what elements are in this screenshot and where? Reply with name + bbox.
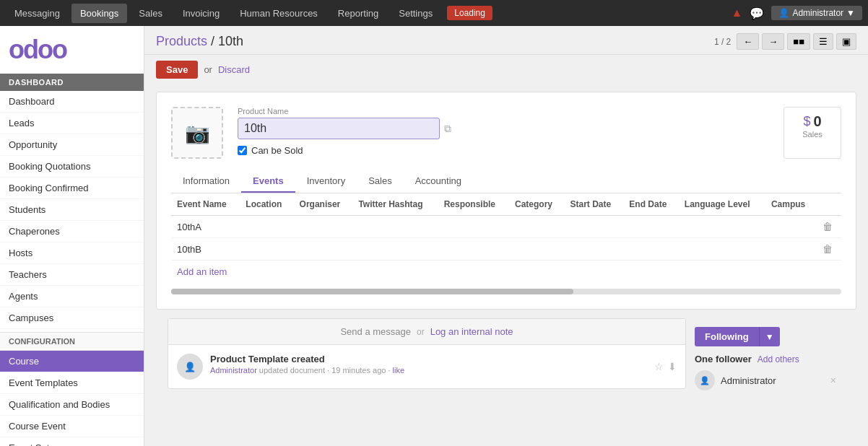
row2-start-date xyxy=(565,238,624,261)
table-row: 10thA 🗑 xyxy=(171,216,841,238)
tab-inventory[interactable]: Inventory xyxy=(295,170,357,193)
sales-stat-icon: $ xyxy=(803,114,810,129)
sales-stat-box[interactable]: $ 0 Sales xyxy=(784,107,841,159)
list-view-button[interactable]: ☰ xyxy=(813,33,833,50)
nav-human-resources[interactable]: Human Resources xyxy=(231,4,326,23)
sidebar-item-agents[interactable]: Agents xyxy=(0,286,144,307)
product-name-input[interactable] xyxy=(238,118,440,139)
chat-icon[interactable]: 💬 xyxy=(750,6,764,20)
breadcrumb: Products / 10th xyxy=(156,34,243,49)
sidebar-item-booking-quotations[interactable]: Booking Quotations xyxy=(0,156,144,178)
main-layout: odoo Dashboard Dashboard Leads Opportuni… xyxy=(0,26,868,446)
sidebar-item-event-templates[interactable]: Event Templates xyxy=(0,372,144,394)
product-form-card: 📷 Product Name ⧉ Can be Sold xyxy=(156,92,856,310)
events-table: Event Name Location Organiser Twitter Ha… xyxy=(171,193,841,261)
col-event-name: Event Name xyxy=(171,193,240,216)
sidebar-item-teachers[interactable]: Teachers xyxy=(0,264,144,286)
following-button[interactable]: Following xyxy=(695,327,759,346)
sidebar-item-qualification-bodies[interactable]: Qualification and Bodies xyxy=(0,394,144,416)
product-image[interactable]: 📷 xyxy=(171,107,223,159)
sidebar-item-dashboard[interactable]: Dashboard xyxy=(0,91,144,113)
delete-row1-button[interactable]: 🗑 xyxy=(823,221,833,232)
save-button[interactable]: Save xyxy=(156,61,198,79)
row2-event-name: 10thB xyxy=(171,238,240,261)
tab-sales[interactable]: Sales xyxy=(357,170,404,193)
following-dropdown-button[interactable]: ▼ xyxy=(759,327,780,346)
top-nav-right: ▲ 💬 👤 Administrator ▼ xyxy=(732,6,862,20)
message-like-link[interactable]: like xyxy=(393,366,405,375)
breadcrumb-bar: Products / 10th 1 / 2 ← → ■■ ☰ ▣ xyxy=(144,26,868,55)
follower-remove-button[interactable]: × xyxy=(830,375,836,386)
top-navigation: Messaging Bookings Sales Invoicing Human… xyxy=(0,0,868,26)
add-others-link[interactable]: Add others xyxy=(758,354,799,364)
row2-location xyxy=(240,238,293,261)
sidebar-item-chaperones[interactable]: Chaperones xyxy=(0,221,144,242)
alert-icon[interactable]: ▲ xyxy=(732,6,743,19)
row2-campus xyxy=(765,238,817,261)
tab-events[interactable]: Events xyxy=(241,170,295,193)
nav-settings[interactable]: Settings xyxy=(390,4,441,23)
row1-twitter-hashtag xyxy=(352,216,438,238)
form-scroll: 📷 Product Name ⧉ Can be Sold xyxy=(144,84,868,446)
message-star-button[interactable]: ☆ xyxy=(654,354,664,380)
can-be-sold-checkbox[interactable] xyxy=(238,146,247,155)
nav-invoicing[interactable]: Invoicing xyxy=(174,4,228,23)
row1-category xyxy=(509,216,565,238)
table-scrollbar[interactable] xyxy=(171,289,841,294)
expand-icon[interactable]: ⧉ xyxy=(444,123,451,135)
delete-row2-button[interactable]: 🗑 xyxy=(823,243,833,255)
prev-record-button[interactable]: ← xyxy=(737,33,759,50)
message-actions: ☆ ⬇ xyxy=(654,354,677,380)
sidebar-item-course[interactable]: Course xyxy=(0,351,144,372)
tab-accounting[interactable]: Accounting xyxy=(404,170,473,193)
row1-delete: 🗑 xyxy=(817,216,841,238)
message-download-button[interactable]: ⬇ xyxy=(668,354,677,380)
tab-information[interactable]: Information xyxy=(171,170,241,193)
sidebar-item-course-event[interactable]: Course Event xyxy=(0,416,144,437)
breadcrumb-parent[interactable]: Products xyxy=(156,34,207,48)
table-row: 10thB 🗑 xyxy=(171,238,841,261)
col-end-date: End Date xyxy=(623,193,679,216)
admin-badge[interactable]: 👤 Administrator ▼ xyxy=(771,6,862,20)
nav-reporting[interactable]: Reporting xyxy=(329,4,387,23)
sidebar-config-section: Configuration xyxy=(0,332,144,351)
product-header: 📷 Product Name ⧉ Can be Sold xyxy=(171,107,841,159)
bottom-area: Send a message or Log an internal note 👤… xyxy=(156,318,856,411)
sidebar-item-hosts[interactable]: Hosts xyxy=(0,242,144,264)
row2-responsible xyxy=(438,238,509,261)
add-item-link[interactable]: Add an item xyxy=(171,261,233,283)
sidebar-item-leads[interactable]: Leads xyxy=(0,113,144,134)
discard-button[interactable]: Discard xyxy=(218,64,250,75)
follower-avatar: 👤 xyxy=(695,370,715,390)
followers-panel: Following ▼ One follower Add others 👤 Ad… xyxy=(686,318,845,403)
nav-sales[interactable]: Sales xyxy=(130,4,171,23)
row2-category xyxy=(509,238,565,261)
follower-name: Administrator xyxy=(721,375,776,386)
form-view-button[interactable]: ▣ xyxy=(836,33,856,50)
send-message-button[interactable]: Send a message xyxy=(340,326,411,337)
product-name-label: Product Name xyxy=(238,107,769,115)
log-note-button[interactable]: Log an internal note xyxy=(430,326,513,337)
col-actions xyxy=(817,193,841,216)
col-language-level: Language Level xyxy=(679,193,765,216)
sidebar-item-students[interactable]: Students xyxy=(0,199,144,221)
sidebar-item-booking-confirmed[interactable]: Booking Confirmed xyxy=(0,178,144,199)
next-record-button[interactable]: → xyxy=(762,33,784,50)
row1-start-date xyxy=(565,216,624,238)
sidebar-item-opportunity[interactable]: Opportunity xyxy=(0,134,144,156)
row2-twitter-hashtag xyxy=(352,238,438,261)
product-fields: Product Name ⧉ Can be Sold xyxy=(238,107,769,159)
can-be-sold-row: Can be Sold xyxy=(238,145,769,156)
kanban-view-button[interactable]: ■■ xyxy=(787,33,810,50)
message-user-link[interactable]: Administrator xyxy=(210,366,257,375)
message-entry: 👤 Product Template created Administrator… xyxy=(168,345,685,388)
sidebar: odoo Dashboard Dashboard Leads Opportuni… xyxy=(0,26,144,446)
content-area: Products / 10th 1 / 2 ← → ■■ ☰ ▣ Save or… xyxy=(144,26,868,446)
sidebar-item-event-set[interactable]: Event Set xyxy=(0,437,144,446)
nav-messaging[interactable]: Messaging xyxy=(6,4,69,23)
sidebar-item-campuses[interactable]: Campuses xyxy=(0,307,144,329)
nav-bookings[interactable]: Bookings xyxy=(71,4,127,23)
follower-item: 👤 Administrator × xyxy=(695,370,836,390)
table-scrollbar-thumb xyxy=(171,289,573,294)
col-twitter-hashtag: Twitter Hashtag xyxy=(352,193,438,216)
